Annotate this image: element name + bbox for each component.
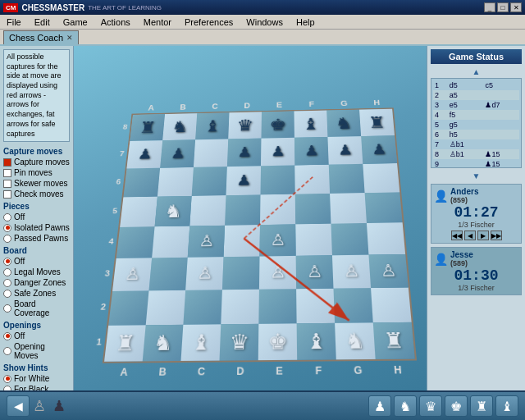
- for-white-option[interactable]: For White: [3, 374, 70, 383]
- cell-b5[interactable]: ♞: [155, 196, 192, 226]
- cell-e3[interactable]: ♙: [259, 256, 296, 290]
- board-off-radio[interactable]: [3, 258, 11, 266]
- cell-d2[interactable]: [221, 290, 259, 325]
- cell-h3[interactable]: ♙: [368, 254, 408, 288]
- cell-f4[interactable]: [295, 224, 332, 256]
- cell-g5[interactable]: [330, 193, 367, 224]
- menu-help[interactable]: Help: [293, 16, 318, 29]
- bottom-rook-button[interactable]: ♜: [470, 395, 493, 417]
- menu-game[interactable]: Game: [60, 16, 91, 29]
- cell-h4[interactable]: [367, 222, 405, 254]
- menu-edit[interactable]: Edit: [31, 16, 53, 29]
- cell-c7[interactable]: [194, 139, 228, 167]
- cell-b1[interactable]: ♞: [143, 325, 184, 361]
- cell-c4[interactable]: ♙: [188, 226, 225, 258]
- cell-d3[interactable]: [222, 256, 260, 290]
- cell-g3[interactable]: ♙: [332, 255, 371, 289]
- bottom-king-button[interactable]: ♚: [445, 395, 468, 417]
- cell-f8[interactable]: ♝: [294, 111, 327, 138]
- cell-g8[interactable]: ♞: [326, 110, 361, 137]
- cell-g1[interactable]: ♞: [335, 322, 376, 359]
- menu-windows[interactable]: Windows: [243, 16, 286, 29]
- cell-d4[interactable]: [224, 225, 260, 257]
- cell-b3[interactable]: [148, 258, 187, 291]
- pieces-off-option[interactable]: Off: [3, 212, 70, 221]
- menu-mentor[interactable]: Mentor: [140, 16, 175, 29]
- chess-coach-tab[interactable]: Chess Coach ✕: [3, 30, 79, 44]
- cell-a5[interactable]: [120, 197, 158, 227]
- isolated-pawns-radio[interactable]: [3, 224, 11, 232]
- cell-f2[interactable]: [296, 289, 335, 324]
- close-button[interactable]: ✕: [510, 2, 522, 12]
- cell-h1[interactable]: ♜: [373, 322, 415, 359]
- skewer-moves-option[interactable]: Skewer moves: [3, 179, 70, 188]
- bottom-knight-button[interactable]: ♞: [394, 395, 417, 417]
- cell-c8[interactable]: ♝: [195, 112, 229, 139]
- safe-zones-radio[interactable]: [3, 290, 11, 298]
- cell-h7[interactable]: ♟: [361, 135, 397, 164]
- board-off-option[interactable]: Off: [3, 257, 70, 266]
- legal-moves-option[interactable]: Legal Moves: [3, 267, 70, 276]
- cell-g4[interactable]: [331, 223, 368, 255]
- cell-b2[interactable]: [146, 290, 185, 325]
- menu-preferences[interactable]: Preferences: [181, 16, 236, 29]
- passed-pawns-radio[interactable]: [3, 235, 11, 243]
- pin-moves-checkbox[interactable]: [3, 169, 11, 177]
- safe-zones-option[interactable]: Safe Zones: [3, 289, 70, 298]
- capture-moves-option[interactable]: Capture moves: [3, 158, 70, 167]
- openings-off-radio[interactable]: [3, 332, 11, 340]
- pin-moves-option[interactable]: Pin moves: [3, 168, 70, 177]
- cell-f5[interactable]: [295, 194, 331, 225]
- cell-c1[interactable]: ♝: [180, 324, 221, 361]
- scroll-down-button[interactable]: ▼: [431, 171, 522, 180]
- cell-h8[interactable]: ♜: [359, 109, 395, 136]
- cell-g6[interactable]: [329, 164, 365, 194]
- menu-file[interactable]: File: [3, 16, 25, 29]
- bottom-pawn-button[interactable]: ♟: [368, 395, 391, 417]
- cell-b6[interactable]: [158, 167, 194, 197]
- minimize-button[interactable]: _: [484, 2, 495, 12]
- nav-left-button[interactable]: ◀: [7, 395, 30, 417]
- check-moves-option[interactable]: Check moves: [3, 189, 70, 199]
- bottom-queen-button[interactable]: ♛: [419, 395, 442, 417]
- cell-e7[interactable]: ♟: [261, 138, 294, 166]
- cell-d8[interactable]: ♛: [228, 112, 262, 139]
- timer-forward-end[interactable]: ▶▶: [491, 231, 502, 240]
- cell-e8[interactable]: ♚: [261, 112, 294, 139]
- cell-a8[interactable]: ♜: [130, 114, 165, 141]
- cell-g2[interactable]: [333, 288, 372, 323]
- cell-e4[interactable]: ♙: [259, 224, 295, 256]
- bottom-bishop-button[interactable]: ♝: [495, 395, 518, 417]
- cell-e6[interactable]: [261, 165, 295, 194]
- cell-c3[interactable]: ♙: [185, 257, 223, 290]
- for-white-radio[interactable]: [3, 375, 11, 383]
- cell-a4[interactable]: [116, 226, 155, 258]
- passed-pawns-option[interactable]: Passed Pawns: [3, 234, 70, 243]
- cell-f3[interactable]: ♙: [296, 255, 334, 289]
- cell-d1[interactable]: ♛: [220, 324, 259, 361]
- cell-f7[interactable]: ♟: [294, 137, 329, 166]
- cell-a3[interactable]: ♙: [112, 258, 152, 291]
- cell-h2[interactable]: [371, 287, 412, 322]
- cell-e1[interactable]: ♚: [258, 323, 297, 360]
- timer-rewind-start[interactable]: ◀◀: [451, 231, 463, 240]
- cell-f6[interactable]: [294, 165, 330, 194]
- cell-c2[interactable]: [183, 290, 222, 325]
- cell-a2[interactable]: [108, 290, 148, 325]
- timer-rewind[interactable]: ◀: [464, 231, 476, 240]
- cell-c5[interactable]: [189, 195, 226, 226]
- danger-zones-option[interactable]: Danger Zones: [3, 278, 70, 287]
- board-coverage-radio[interactable]: [3, 304, 11, 313]
- cell-b4[interactable]: [152, 226, 189, 258]
- legal-moves-radio[interactable]: [3, 268, 11, 276]
- tab-close[interactable]: ✕: [66, 34, 73, 42]
- cell-g7[interactable]: ♟: [327, 136, 363, 165]
- cell-d5[interactable]: [225, 194, 260, 225]
- cell-c6[interactable]: [192, 167, 227, 196]
- skewer-moves-checkbox[interactable]: [3, 180, 11, 188]
- timer-forward[interactable]: ▶: [477, 231, 489, 240]
- menu-actions[interactable]: Actions: [98, 16, 134, 29]
- cell-f1[interactable]: ♝: [297, 323, 336, 360]
- maximize-button[interactable]: □: [497, 2, 509, 12]
- cell-d7[interactable]: ♟: [227, 139, 262, 167]
